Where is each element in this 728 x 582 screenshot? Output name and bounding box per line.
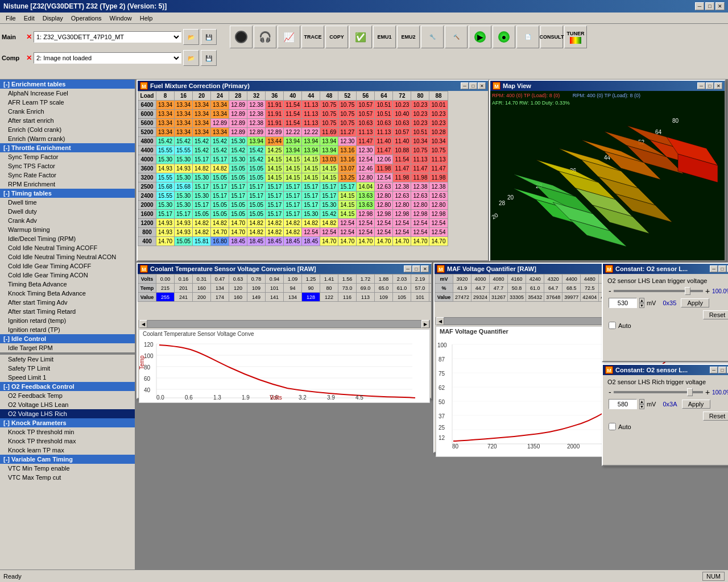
table-row[interactable]: 12.98 [393, 210, 411, 219]
table-row[interactable]: 14.82 [193, 164, 211, 173]
table-row[interactable]: 10.34 [429, 137, 448, 146]
table-row[interactable]: 12.89 [229, 119, 247, 128]
table-row[interactable]: 13.94 [284, 146, 302, 155]
table-row[interactable]: 10.23 [411, 110, 429, 119]
report-btn[interactable]: 📄 [516, 26, 539, 48]
table-row[interactable]: 14.15 [338, 210, 357, 219]
table-row[interactable]: 12.54 [411, 219, 429, 228]
table-row[interactable]: 11.13 [411, 155, 429, 164]
sidebar-item-dwell-duty[interactable]: Dwell duty [0, 207, 135, 216]
table-row[interactable]: 10.01 [429, 101, 448, 110]
fuel-mixture-title-bar[interactable]: M Fuel Mixture Correction (Primary) ─ □ … [138, 81, 488, 91]
camera-btn[interactable] [230, 26, 253, 48]
table-row[interactable]: 13.34 [156, 101, 175, 110]
table-row[interactable]: 14.82 [211, 219, 229, 228]
tools-btn[interactable]: 🔨 [445, 26, 468, 48]
sidebar-item-afr-learn[interactable]: AFR Learn TP scale [0, 98, 135, 107]
table-row[interactable]: 15.17 [156, 210, 175, 219]
table-row[interactable]: 12.80 [375, 201, 393, 210]
sidebar-item-idle-rpm[interactable]: Idle Target RPM [0, 343, 135, 352]
table-row[interactable]: 15.05 [247, 164, 266, 173]
table-row[interactable]: 11.98 [429, 173, 448, 182]
table-row[interactable]: 14.70 [229, 219, 247, 228]
table-row[interactable]: 15.30 [156, 155, 175, 164]
table-row[interactable]: 13.34 [211, 110, 229, 119]
table-row[interactable]: 13.34 [175, 110, 193, 119]
o2-lean-up-btn[interactable]: ▲ [639, 298, 644, 303]
table-row[interactable]: 12.54 [357, 228, 375, 237]
table-row[interactable]: 10.75 [320, 119, 338, 128]
section-enrichment[interactable]: [-] Enrichment tables [0, 80, 135, 89]
table-row[interactable]: 12.38 [247, 101, 266, 110]
o2-lean-value-input[interactable] [609, 298, 637, 308]
table-row[interactable]: 15.05 [175, 237, 193, 246]
table-row[interactable]: 13.34 [156, 110, 175, 119]
table-row[interactable]: 15.42 [211, 146, 229, 155]
o2-lean-slider-thumb[interactable] [685, 287, 690, 295]
table-row[interactable]: 10.51 [411, 128, 429, 137]
table-row[interactable]: 11.98 [375, 164, 393, 173]
table-row[interactable]: 15.42 [156, 137, 175, 146]
table-row[interactable]: 15.42 [193, 137, 211, 146]
table-row[interactable]: 12.54 [320, 228, 338, 237]
menu-help[interactable]: Help [136, 14, 156, 22]
table-row[interactable]: 13.34 [193, 128, 211, 137]
table-row[interactable]: 15.05 [247, 173, 266, 182]
table-row[interactable]: 13.94 [320, 137, 338, 146]
table-row[interactable]: 15.55 [156, 173, 175, 182]
table-row[interactable]: 14.70 [411, 237, 429, 246]
sidebar-item-vtc-min[interactable]: VTC Min Temp enable [0, 464, 135, 473]
coolant-scroll-left[interactable]: ◀ [139, 320, 147, 328]
table-row[interactable]: 13.94 [302, 137, 320, 146]
table-row[interactable]: 14.93 [175, 219, 193, 228]
o2-rich-apply-btn[interactable]: Apply [682, 400, 710, 409]
table-row[interactable]: 12.80 [393, 201, 411, 210]
table-row[interactable]: 12.38 [411, 182, 429, 192]
table-row[interactable]: 10.28 [429, 128, 448, 137]
table-row[interactable]: 12.54 [357, 219, 375, 228]
table-row[interactable]: 14.04 [357, 182, 375, 192]
table-row[interactable]: 10.75 [429, 146, 448, 155]
o2-rich-minus[interactable]: - [609, 388, 611, 397]
comp-open-btn[interactable]: 📂 [183, 50, 199, 66]
table-row[interactable]: 13.34 [193, 101, 211, 110]
table-row[interactable]: 10.23 [429, 110, 448, 119]
table-row[interactable]: 12.54 [375, 219, 393, 228]
sidebar-item-safety-rev[interactable]: Safety Rev Limit [0, 355, 135, 364]
table-row[interactable]: 15.42 [175, 137, 193, 146]
tuner-btn[interactable]: TUNER [564, 26, 587, 48]
table-row[interactable]: 12.89 [229, 101, 247, 110]
table-row[interactable]: 10.75 [338, 119, 357, 128]
table-row[interactable]: 12.63 [429, 192, 448, 201]
table-row[interactable]: 13.25 [338, 173, 357, 182]
table-row[interactable]: 18.45 [284, 237, 302, 246]
table-row[interactable]: 14.15 [338, 201, 357, 210]
table-row[interactable]: 15.05 [193, 210, 211, 219]
table-row[interactable]: 14.70 [211, 228, 229, 237]
table-row[interactable]: 12.80 [357, 173, 375, 182]
table-row[interactable]: 15.05 [247, 201, 266, 210]
table-row[interactable]: 12.54 [375, 173, 393, 182]
table-row[interactable]: 12.54 [411, 228, 429, 237]
table-row[interactable]: 12.38 [429, 182, 448, 192]
map-min-btn[interactable]: ─ [697, 82, 705, 89]
table-row[interactable]: 13.63 [357, 201, 375, 210]
table-row[interactable]: 14.70 [429, 237, 448, 246]
table-row[interactable]: 15.17 [320, 192, 338, 201]
emu1-btn[interactable]: EMU1 [373, 26, 396, 48]
table-row[interactable]: 11.47 [375, 146, 393, 155]
table-row[interactable]: 12.80 [375, 192, 393, 201]
sidebar-item-cold-gear-acon[interactable]: Cold Idle Gear Timing ACON [0, 271, 135, 280]
table-row[interactable]: 15.30 [229, 137, 247, 146]
copy-btn[interactable]: COPY [325, 26, 348, 48]
o2-rich-min-btn[interactable]: ─ [710, 367, 718, 373]
table-row[interactable]: 15.17 [247, 182, 266, 192]
table-row[interactable]: 14.70 [393, 237, 411, 246]
o2-rich-down-btn[interactable]: ▼ [639, 404, 644, 409]
table-row[interactable]: 14.15 [266, 164, 284, 173]
map-close-btn[interactable]: ✕ [714, 82, 722, 89]
sidebar-item-knock-tp-max[interactable]: Knock TP threshold max [0, 436, 135, 446]
table-row[interactable]: 15.30 [175, 173, 193, 182]
table-row[interactable]: 10.23 [411, 119, 429, 128]
table-row[interactable]: 15.05 [229, 173, 247, 182]
